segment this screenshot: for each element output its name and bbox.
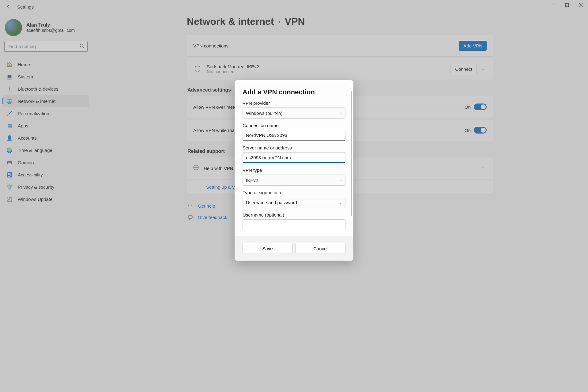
chevron-down-icon: ⌄ [339,201,342,205]
signin-type-select[interactable]: Username and password ⌄ [243,197,345,208]
chevron-down-icon: ⌄ [339,178,342,182]
vpn-provider-label: VPN provider [243,100,345,106]
vpn-type-select[interactable]: IKEv2 ⌄ [243,175,345,186]
vpn-type-label: VPN type [243,168,345,173]
signin-type-label: Type of sign-in info [243,190,345,195]
save-button[interactable]: Save [243,243,292,254]
server-address-label: Server name or address [243,145,345,150]
chevron-down-icon: ⌄ [339,111,342,115]
username-input[interactable] [243,219,345,230]
connection-name-label: Connection name [243,123,345,128]
vpn-type-value: IKEv2 [246,178,258,183]
vpn-provider-value: Windows (built-in) [246,111,282,116]
add-vpn-dialog: Add a VPN connection VPN provider Window… [235,80,353,261]
dialog-title: Add a VPN connection [243,88,345,96]
server-address-input[interactable] [243,152,345,163]
connection-name-input[interactable] [243,130,345,141]
dialog-scrollbar[interactable] [351,91,352,222]
vpn-provider-select[interactable]: Windows (built-in) ⌄ [243,107,345,119]
signin-type-value: Username and password [246,200,297,205]
cancel-button[interactable]: Cancel [296,243,345,254]
modal-overlay: Add a VPN connection VPN provider Window… [0,0,588,392]
username-label: Username (optional) [243,212,345,217]
